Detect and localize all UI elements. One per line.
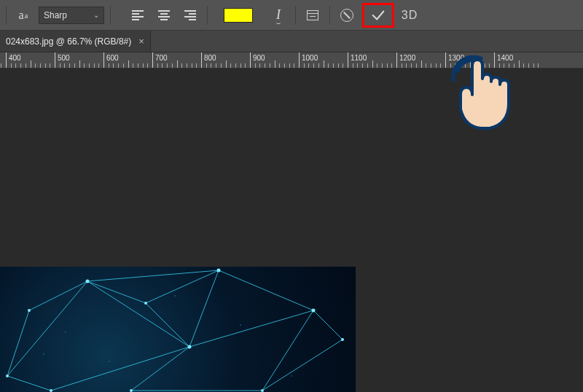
svg-point-18 — [86, 280, 90, 283]
commit-button[interactable] — [364, 5, 392, 26]
ruler-tick-minor — [499, 63, 500, 68]
3d-label: 3D — [402, 9, 418, 22]
svg-line-8 — [131, 347, 189, 391]
3d-button[interactable]: 3D — [399, 6, 420, 25]
ruler-tick-minor — [377, 63, 377, 68]
ruler-tick-minor — [426, 63, 426, 68]
ruler-tick-minor — [69, 63, 70, 68]
ruler-tick-minor — [35, 63, 36, 68]
ruler-tick-major — [152, 52, 153, 68]
commit-highlight — [362, 3, 394, 28]
svg-line-11 — [262, 340, 343, 391]
svg-point-22 — [50, 389, 52, 392]
svg-point-30 — [109, 361, 110, 362]
ruler-tick-minor — [245, 63, 246, 68]
ruler-tick-minor — [474, 63, 475, 68]
ruler-tick-major — [445, 52, 446, 68]
document-tab-title: 024x683.jpg @ 66.7% (RGB/8#) — [6, 36, 131, 47]
ruler-tick-minor — [455, 63, 455, 68]
ruler-tick-minor — [523, 63, 524, 68]
warp-text-button[interactable]: I — [267, 6, 289, 25]
ruler-tick-minor — [304, 63, 305, 68]
align-left-button[interactable] — [127, 6, 149, 25]
ruler-tick-mid — [519, 60, 520, 68]
text-color-swatch[interactable] — [224, 8, 253, 23]
ruler-tick-major — [250, 52, 251, 68]
ruler-tick-minor — [402, 63, 402, 68]
ruler-tick-minor — [40, 63, 41, 68]
ruler-tick-mid — [177, 60, 178, 68]
character-panel-button[interactable] — [302, 6, 324, 25]
ruler-tick-label: 900 — [253, 54, 265, 62]
ruler-tick-minor — [157, 63, 158, 68]
ruler-tick-minor — [113, 63, 114, 68]
ruler-tick-label: 1000 — [302, 54, 318, 62]
ruler-tick-minor — [328, 63, 329, 68]
svg-point-19 — [188, 345, 192, 349]
ruler-tick-minor — [167, 63, 168, 68]
ruler-tick-label: 1400 — [497, 54, 513, 62]
toolbar-divider — [295, 6, 296, 25]
svg-line-0 — [7, 281, 87, 376]
ruler-tick-minor — [382, 63, 383, 68]
ruler-tick-label: 500 — [58, 54, 70, 62]
ruler-tick-label: 600 — [106, 54, 119, 62]
canvas-area[interactable] — [0, 68, 583, 392]
ruler-tick-minor — [143, 63, 144, 68]
align-right-button[interactable] — [179, 6, 201, 25]
toolbar-divider — [329, 6, 330, 25]
ruler-tick-minor — [450, 63, 451, 68]
ruler-tick-minor — [279, 63, 280, 68]
antialias-select[interactable]: Sharp ⌄ — [39, 7, 104, 24]
ruler-tick-minor — [259, 63, 260, 68]
ruler-tick-minor — [138, 63, 138, 68]
ruler-tick-minor — [196, 63, 197, 68]
toggle-text-size-icon[interactable]: aa — [12, 6, 34, 25]
align-center-button[interactable] — [153, 6, 175, 25]
ruler-tick-minor — [353, 63, 353, 68]
svg-line-12 — [313, 310, 343, 340]
ruler-tick-minor — [15, 63, 16, 68]
ruler-tick-minor — [489, 63, 490, 68]
ruler-tick-minor — [1, 63, 1, 68]
ruler-tick-minor — [308, 63, 309, 68]
ruler-tick-minor — [480, 63, 480, 68]
ruler-tick-minor — [333, 63, 334, 68]
ruler-tick-label: 1100 — [351, 54, 367, 62]
ruler-tick-mid — [372, 60, 373, 68]
ruler-tick-minor — [411, 63, 412, 68]
ruler-tick-major — [299, 52, 300, 68]
cancel-icon — [340, 9, 353, 22]
ruler-tick-minor — [64, 63, 65, 68]
chevron-down-icon: ⌄ — [93, 11, 99, 19]
ruler-tick-mid — [31, 60, 31, 68]
ruler-tick-minor — [60, 63, 60, 68]
ruler-tick-minor — [216, 63, 216, 68]
ruler-tick-minor — [50, 63, 50, 68]
ruler-tick-minor — [270, 63, 270, 68]
ruler-tick-minor — [465, 63, 466, 68]
ruler-tick-minor — [460, 63, 461, 68]
ruler-tick-minor — [235, 63, 236, 68]
toolbar-divider — [110, 6, 111, 25]
ruler-tick-minor — [367, 63, 368, 68]
ruler-tick-minor — [504, 63, 504, 68]
align-center-icon — [158, 10, 170, 20]
ruler-tick-mid — [324, 60, 324, 68]
ruler-tick-major — [6, 52, 7, 68]
ruler-tick-minor — [528, 63, 529, 68]
ruler-tick-minor — [211, 63, 211, 68]
ruler-tick-minor — [538, 63, 539, 68]
svg-point-31 — [240, 324, 241, 326]
svg-line-17 — [146, 303, 189, 347]
check-icon — [370, 7, 386, 23]
svg-point-26 — [6, 375, 9, 377]
cancel-button[interactable] — [336, 6, 358, 25]
horizontal-ruler[interactable]: 3004005006007008009001000110012001300140… — [0, 52, 583, 68]
ruler-tick-minor — [255, 63, 256, 68]
document-tab[interactable]: 024x683.jpg @ 66.7% (RGB/8#) × — [0, 31, 151, 52]
svg-line-13 — [29, 281, 87, 310]
close-icon[interactable]: × — [138, 36, 144, 47]
ruler-tick-label: 1300 — [448, 54, 464, 62]
ruler-tick-minor — [357, 63, 358, 68]
